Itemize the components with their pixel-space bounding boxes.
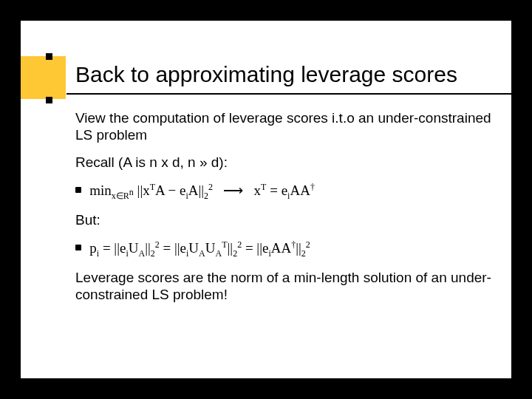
bullet-formula-1: minx∈Rn ||xTA − eiA||22 ⟶ xT = eiAA† (75, 182, 498, 202)
paragraph-intro: View the computation of leverage scores … (75, 109, 498, 143)
slide-title: Back to approximating leverage scores (75, 62, 457, 87)
formula-min: minx∈Rn ||xTA − eiA||22 ⟶ xT = eiAA† (89, 183, 315, 198)
decor-notch-top (46, 53, 52, 60)
formula-pi: pi = ||eiUA||22 = ||eiUAUAT||22 = ||eiAA… (89, 240, 310, 256)
paragraph-but: But: (75, 211, 498, 228)
accent-banner (21, 56, 66, 99)
decor-notch-bottom (46, 97, 52, 103)
slide: Back to approximating leverage scores Vi… (21, 21, 511, 378)
bullet-formula-2: pi = ||eiUA||22 = ||eiUAUAT||22 = ||eiAA… (75, 239, 498, 259)
paragraph-conclusion: Leverage scores are the norm of a min-le… (75, 269, 498, 303)
bullet-icon (75, 245, 81, 250)
slide-body: View the computation of leverage scores … (75, 109, 498, 314)
paragraph-recall: Recall (A is n x d, n » d): (75, 154, 498, 171)
bullet-icon (75, 187, 81, 193)
title-underline (66, 93, 511, 95)
